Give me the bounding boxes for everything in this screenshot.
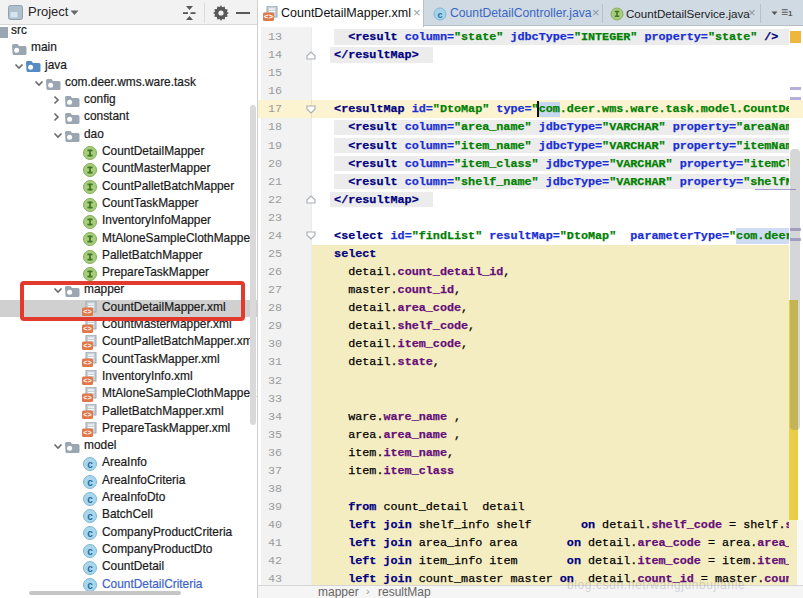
svg-text:c: c (87, 528, 93, 539)
svg-text:<>: <> (83, 360, 91, 368)
svg-text:<>: <> (83, 342, 91, 350)
svg-text:<>: <> (83, 377, 91, 385)
svg-text:c: c (87, 580, 93, 591)
svg-text:<>: <> (83, 325, 91, 333)
svg-text:c: c (87, 459, 93, 470)
svg-text:<>: <> (83, 411, 91, 419)
svg-text:c: c (87, 511, 93, 522)
svg-text:c: c (87, 563, 93, 574)
svg-text:<>: <> (83, 429, 91, 437)
svg-text:<>: <> (83, 394, 91, 402)
svg-text:c: c (87, 493, 93, 504)
svg-text:c: c (437, 10, 442, 20)
svg-text:<>: <> (264, 12, 274, 21)
svg-text:c: c (87, 545, 93, 556)
svg-text:c: c (87, 476, 93, 487)
